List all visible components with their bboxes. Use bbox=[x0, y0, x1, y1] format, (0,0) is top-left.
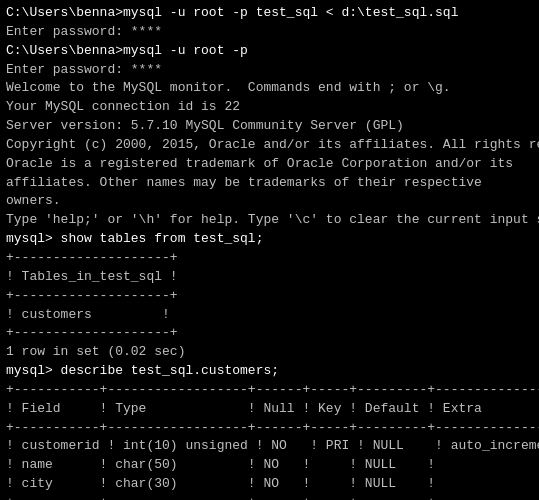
terminal-line: Copyright (c) 2000, 2015, Oracle and/or … bbox=[6, 136, 533, 155]
terminal-line: Your MySQL connection id is 22 bbox=[6, 98, 533, 117]
terminal-line: Oracle is a registered trademark of Orac… bbox=[6, 155, 533, 174]
terminal-line: Welcome to the MySQL monitor. Commands e… bbox=[6, 79, 533, 98]
terminal-line: 1 row in set (0.02 sec) bbox=[6, 343, 533, 362]
terminal-line: +--------------------+ bbox=[6, 287, 533, 306]
terminal-line: Server version: 5.7.10 MySQL Community S… bbox=[6, 117, 533, 136]
terminal-line: Enter password: **** bbox=[6, 61, 533, 80]
terminal-line: mysql> describe test_sql.customers; bbox=[6, 362, 533, 381]
terminal-line: C:\Users\benna>mysql -u root -p bbox=[6, 42, 533, 61]
terminal-window[interactable]: C:\Users\benna>mysql -u root -p test_sql… bbox=[0, 0, 539, 500]
terminal-line: +-----------+------------------+------+-… bbox=[6, 381, 533, 400]
terminal-line: +--------------------+ bbox=[6, 249, 533, 268]
terminal-line: affiliates. Other names may be trademark… bbox=[6, 174, 533, 193]
terminal-content: C:\Users\benna>mysql -u root -p test_sql… bbox=[6, 4, 533, 500]
terminal-line: +-----------+------------------+------+-… bbox=[6, 419, 533, 438]
terminal-line: +--------------------+ bbox=[6, 324, 533, 343]
terminal-line: mysql> show tables from test_sql; bbox=[6, 230, 533, 249]
terminal-line: Enter password: **** bbox=[6, 23, 533, 42]
terminal-line: ! Field ! Type ! Null ! Key ! Default ! … bbox=[6, 400, 533, 419]
terminal-line: +-----------+------------------+------+-… bbox=[6, 494, 533, 500]
terminal-line: ! customerid ! int(10) unsigned ! NO ! P… bbox=[6, 437, 533, 456]
terminal-line: C:\Users\benna>mysql -u root -p test_sql… bbox=[6, 4, 533, 23]
terminal-line: ! name ! char(50) ! NO ! ! NULL ! ! bbox=[6, 456, 533, 475]
terminal-line: ! Tables_in_test_sql ! bbox=[6, 268, 533, 287]
terminal-line: ! customers ! bbox=[6, 306, 533, 325]
terminal-line: Type 'help;' or '\h' for help. Type '\c'… bbox=[6, 211, 533, 230]
terminal-line: owners. bbox=[6, 192, 533, 211]
terminal-line: ! city ! char(30) ! NO ! ! NULL ! ! bbox=[6, 475, 533, 494]
